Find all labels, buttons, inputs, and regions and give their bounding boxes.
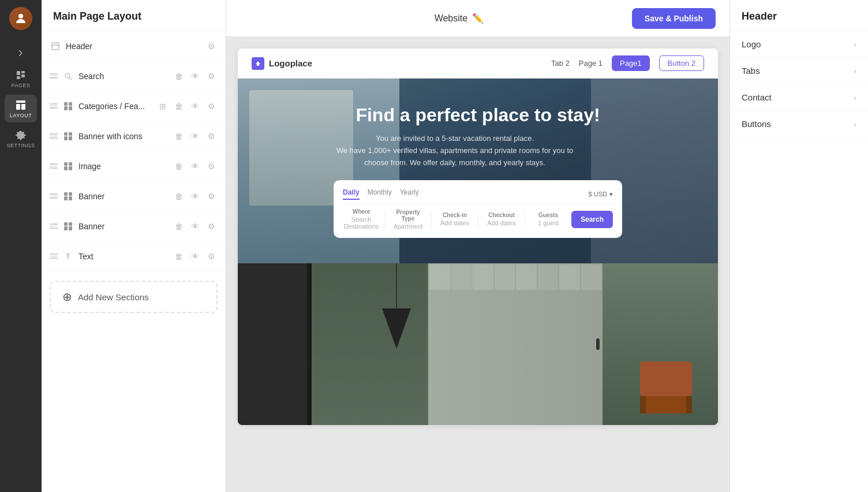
nav-button2[interactable]: Button 2: [659, 55, 704, 71]
nav-tab2[interactable]: Tab 2: [551, 59, 570, 68]
tab-yearly[interactable]: Yearly: [400, 188, 419, 200]
categories-section-actions: ⊞ 🗑 👁 ⚙: [156, 100, 218, 113]
logo-chevron-icon: ›: [854, 40, 856, 49]
b2-visibility-btn[interactable]: 👁: [189, 220, 201, 233]
drag-handle[interactable]: [50, 133, 58, 139]
svg-rect-5: [16, 100, 25, 103]
search-settings-btn[interactable]: ⚙: [205, 70, 218, 83]
guests-value: 1 guest: [530, 219, 567, 226]
property-group-buttons[interactable]: Buttons ›: [730, 111, 868, 137]
bi-settings-btn[interactable]: ⚙: [205, 130, 218, 143]
nav-page1-active[interactable]: Page1: [612, 55, 650, 71]
search-fields: Where Search Destinations Property Type …: [343, 208, 613, 230]
nav-layout[interactable]: LAYOUT: [5, 95, 37, 122]
user-avatar[interactable]: [9, 7, 32, 30]
list-item: Banner 🗑 👁 ⚙: [42, 181, 226, 211]
header-section-name: Header: [66, 42, 200, 51]
checkin-value: Add dates: [436, 219, 473, 226]
b2-delete-btn[interactable]: 🗑: [173, 220, 185, 233]
image-type-icon: [62, 162, 74, 170]
contact-chevron-icon: ›: [854, 93, 856, 102]
categories-type-icon: [62, 102, 74, 110]
property-group-contact[interactable]: Contact ›: [730, 84, 868, 111]
img-settings-btn[interactable]: ⚙: [205, 160, 218, 173]
drag-handle[interactable]: [50, 193, 58, 199]
categories-section-name: Categories / Fea...: [78, 102, 152, 111]
add-section-icon: ⊕: [62, 290, 72, 304]
list-item: Header ⚙: [42, 31, 226, 61]
drag-handle[interactable]: [50, 73, 58, 79]
b1-delete-btn[interactable]: 🗑: [173, 190, 185, 203]
drag-handle[interactable]: [50, 223, 58, 229]
txt-settings-btn[interactable]: ⚙: [205, 250, 218, 263]
svg-rect-7: [21, 104, 25, 110]
edit-website-icon[interactable]: ✏️: [472, 13, 484, 24]
cat-extra-btn[interactable]: ⊞: [156, 100, 169, 113]
property-type-field[interactable]: Property Type Apartment: [390, 209, 426, 230]
header-type-icon: [50, 42, 61, 50]
currency-display: $ USD: [589, 191, 607, 197]
search-button[interactable]: Search: [571, 211, 613, 228]
img-delete-btn[interactable]: 🗑: [173, 160, 185, 173]
sidebar-collapse-btn[interactable]: [12, 44, 30, 62]
currency-dropdown-icon[interactable]: ▾: [609, 191, 613, 198]
contact-group-label: Contact: [742, 92, 772, 102]
drag-handle[interactable]: [50, 163, 58, 169]
banner2-section-actions: 🗑 👁 ⚙: [173, 220, 218, 233]
b2-settings-btn[interactable]: ⚙: [205, 220, 218, 233]
drag-handle[interactable]: [50, 254, 58, 259]
field-divider: [384, 211, 385, 228]
nav-settings[interactable]: SETTINGS: [5, 125, 37, 152]
svg-rect-1: [17, 71, 20, 75]
drag-handle[interactable]: [50, 103, 58, 109]
checkin-label: Check-in: [436, 212, 473, 218]
search-visibility-btn[interactable]: 👁: [189, 70, 201, 83]
tab-monthly[interactable]: Monthly: [368, 188, 392, 200]
preview-nav: Logoplace Tab 2 Page 1 Page1 Button 2: [238, 49, 718, 79]
bi-delete-btn[interactable]: 🗑: [173, 130, 185, 143]
cat-settings-btn[interactable]: ⚙: [205, 100, 218, 113]
where-value: Search Destinations: [343, 216, 380, 230]
tab-daily[interactable]: Daily: [343, 188, 360, 200]
b1-settings-btn[interactable]: ⚙: [205, 190, 218, 203]
nav-page1-inactive[interactable]: Page 1: [579, 59, 603, 68]
save-publish-button[interactable]: Save & Publish: [632, 8, 716, 29]
img-visibility-btn[interactable]: 👁: [189, 160, 201, 173]
cat-delete-btn[interactable]: 🗑: [173, 100, 185, 113]
add-section-button[interactable]: ⊕ Add New Sections: [50, 281, 218, 313]
where-field[interactable]: Where Search Destinations: [343, 208, 380, 230]
list-item: Image 🗑 👁 ⚙: [42, 151, 226, 181]
txt-delete-btn[interactable]: 🗑: [173, 250, 185, 263]
hero-title: Find a perfect place to stay!: [334, 104, 622, 126]
guests-field[interactable]: Guests 1 guest: [530, 212, 567, 226]
header-settings-btn[interactable]: ⚙: [205, 40, 218, 53]
bi-visibility-btn[interactable]: 👁: [189, 130, 201, 143]
property-group-logo[interactable]: Logo ›: [730, 31, 868, 58]
image-section-name: Image: [78, 162, 168, 171]
checkout-field[interactable]: Checkout Add dates: [483, 212, 520, 226]
search-section-name: Search: [78, 72, 168, 81]
property-label: Property Type: [390, 209, 426, 222]
pages-label: PAGES: [12, 83, 31, 88]
banner1-type-icon: [62, 192, 74, 200]
search-type-icon: [62, 72, 74, 80]
svg-point-11: [65, 73, 70, 78]
b1-visibility-btn[interactable]: 👁: [189, 190, 201, 203]
checkin-field[interactable]: Check-in Add dates: [436, 212, 473, 226]
nav-pages[interactable]: PAGES: [5, 65, 37, 92]
svg-rect-3: [21, 74, 25, 77]
property-group-tabs[interactable]: Tabs ›: [730, 58, 868, 84]
logo-group-label: Logo: [742, 39, 761, 49]
svg-rect-9: [52, 43, 59, 50]
banner1-section-actions: 🗑 👁 ⚙: [173, 190, 218, 203]
svg-line-12: [70, 77, 72, 80]
svg-point-0: [18, 14, 23, 18]
search-delete-btn[interactable]: 🗑: [173, 70, 185, 83]
text-type-icon: T: [62, 252, 74, 260]
cat-visibility-btn[interactable]: 👁: [189, 100, 201, 113]
search-section-actions: 🗑 👁 ⚙: [173, 70, 218, 83]
txt-visibility-btn[interactable]: 👁: [189, 250, 201, 263]
hero-subtitle: You are invited to a 5-star vacation ren…: [334, 133, 576, 169]
properties-header: Header: [730, 0, 868, 31]
checkout-value: Add dates: [483, 219, 520, 226]
